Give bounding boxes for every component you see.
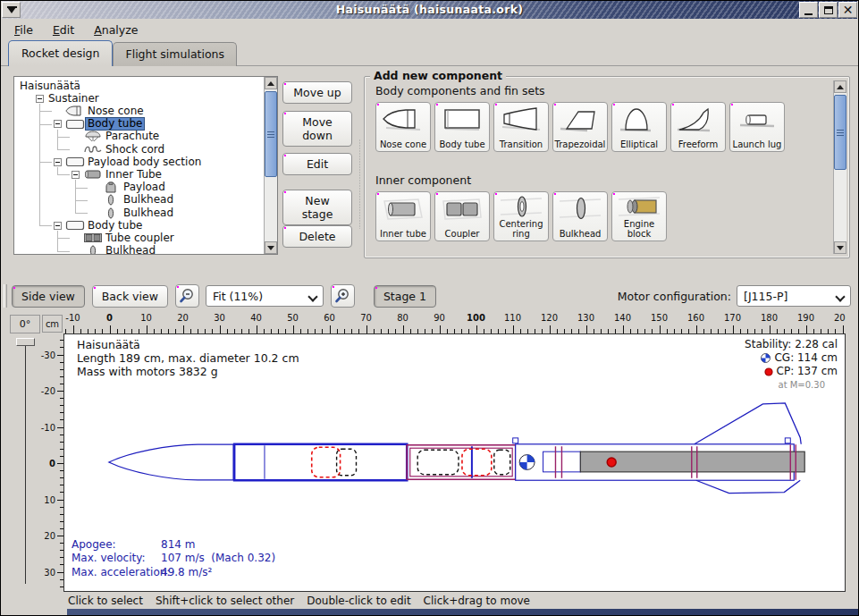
- component-button-nose-cone[interactable]: Nose cone: [375, 102, 431, 152]
- component-button-label: Bulkhead: [560, 230, 602, 240]
- zoom-in-button[interactable]: [331, 284, 355, 308]
- zoom-out-button[interactable]: [175, 284, 199, 308]
- ruler-label: 80: [397, 313, 408, 323]
- back-view-button[interactable]: Back view: [92, 285, 168, 308]
- payload-icon: [100, 181, 122, 193]
- move-down-button[interactable]: Move down: [282, 111, 352, 147]
- component-button-centering-ring[interactable]: Centering ring: [493, 191, 549, 241]
- scroll-up-button[interactable]: [265, 77, 277, 89]
- tree-item-inner-tube[interactable]: Inner Tube: [14, 168, 264, 181]
- tree-expander-icon[interactable]: [54, 222, 62, 230]
- scroll-up-button[interactable]: [834, 80, 846, 93]
- magnifier-minus-icon: [178, 287, 196, 305]
- tree-item-bulkhead[interactable]: Bulkhead: [14, 207, 264, 219]
- tree-item-haisunäätä[interactable]: Haisunäätä: [14, 80, 264, 92]
- tree-item-body-tube[interactable]: Body tube: [14, 118, 264, 131]
- window-menu-button[interactable]: [2, 2, 21, 18]
- component-button-launch-lug[interactable]: Launch lug: [729, 102, 785, 152]
- ruler-label: 10: [44, 494, 55, 504]
- tree-scrollbar[interactable]: [264, 77, 277, 254]
- component-button-label: Coupler: [445, 230, 480, 240]
- ruler-label: 20: [177, 313, 189, 323]
- scroll-down-button[interactable]: [834, 241, 846, 254]
- rotation-angle-readout: 0°: [10, 315, 40, 333]
- component-button-bulkhead[interactable]: Bulkhead: [552, 191, 608, 241]
- tree-expander-icon[interactable]: [54, 158, 62, 166]
- tab-rocket-design[interactable]: Rocket design: [8, 40, 113, 66]
- edit-button[interactable]: Edit: [282, 153, 352, 175]
- component-button-coupler[interactable]: Coupler: [434, 191, 490, 241]
- delete-button[interactable]: Delete: [282, 225, 352, 248]
- component-button-elliptical[interactable]: Elliptical: [611, 102, 667, 152]
- title-bar[interactable]: Haisunäätä (haisunaata.ork): [2, 1, 857, 19]
- scroll-down-button[interactable]: [265, 241, 277, 254]
- launch-lug-front[interactable]: [513, 438, 518, 443]
- move-up-button[interactable]: Move up: [282, 81, 352, 104]
- payload-outline[interactable]: [417, 450, 459, 475]
- tree-item-payload-body-section[interactable]: Payload body section: [14, 156, 264, 168]
- body-tube-icon: [64, 118, 86, 130]
- rotation-slider-thumb[interactable]: [16, 338, 35, 346]
- component-panel-scrollbar[interactable]: [833, 80, 846, 254]
- component-button-freeform[interactable]: Freeform: [670, 102, 726, 152]
- tree-item-payload[interactable]: Payload: [14, 181, 264, 194]
- nose-cone-outline[interactable]: [109, 444, 233, 480]
- tree-item-tube-coupler[interactable]: Tube coupler: [14, 232, 264, 244]
- tree-item-bulkhead[interactable]: Bulkhead: [14, 245, 264, 254]
- menu-edit[interactable]: Edit: [43, 21, 84, 38]
- status-bar: Click to select Shift+click to select ot…: [1, 592, 858, 609]
- tree-item-sustainer[interactable]: Sustainer: [14, 92, 264, 105]
- trapezoidal-fin-icon: [556, 105, 604, 135]
- component-button-transition[interactable]: Transition: [493, 102, 549, 152]
- tree-item-shock-cord[interactable]: Shock cord: [14, 143, 264, 156]
- maximize-button[interactable]: [819, 2, 838, 18]
- tree-item-body-tube[interactable]: Body tube: [14, 219, 264, 232]
- rocket-canvas[interactable]: Haisunäätä Length 189 cm, max. diameter …: [63, 333, 846, 592]
- component-tree[interactable]: HaisunäätäSustainerNose coneBody tubePar…: [14, 77, 264, 254]
- motor-configuration-combobox[interactable]: [J115-P]: [737, 285, 851, 307]
- menu-bar: FileEditAnalyze: [4, 21, 855, 39]
- body-tube-selected-outline[interactable]: [234, 444, 407, 480]
- tree-item-label: Inner Tube: [104, 169, 164, 181]
- fin-bottom-outline[interactable]: [696, 480, 800, 493]
- new-stage-button[interactable]: New stage: [282, 190, 352, 225]
- tree-item-bulkhead[interactable]: Bulkhead: [14, 194, 264, 207]
- zoom-level-combobox[interactable]: Fit (11%): [206, 285, 324, 307]
- menu-analyze[interactable]: Analyze: [84, 21, 147, 38]
- ruler-label: 150: [651, 313, 668, 323]
- component-button-trapezoidal[interactable]: Trapezoidal: [552, 102, 608, 152]
- minimize-button[interactable]: [799, 2, 818, 18]
- tree-item-parachute[interactable]: Parachute: [14, 131, 264, 143]
- ruler-label: 160: [687, 313, 704, 323]
- component-button-body-tube[interactable]: Body tube: [434, 102, 490, 152]
- tree-item-label: Tube coupler: [104, 232, 176, 244]
- stage-1-toggle[interactable]: Stage 1: [374, 285, 436, 308]
- component-button-engine-block[interactable]: Engine block: [611, 191, 667, 241]
- component-button-label: Trapezoidal: [555, 140, 606, 150]
- launch-lug-rear[interactable]: [785, 438, 790, 443]
- parachute-icon: [82, 131, 104, 142]
- tab-flight-simulations[interactable]: Flight simulations: [113, 42, 237, 66]
- hint-double-click: Double-click to edit: [307, 595, 410, 607]
- tree-scrollbar-thumb[interactable]: [265, 91, 277, 177]
- rocket-info-text: Haisunäätä Length 189 cm, max. diameter …: [77, 338, 299, 378]
- component-scrollbar-thumb[interactable]: [834, 95, 846, 170]
- tree-item-label: Nose cone: [86, 105, 146, 117]
- close-button[interactable]: ✕: [838, 2, 857, 18]
- menu-file[interactable]: File: [4, 21, 43, 38]
- component-button-label: Launch lug: [733, 140, 782, 150]
- tree-expander-icon[interactable]: [72, 171, 80, 179]
- side-view-button[interactable]: Side view: [12, 285, 85, 308]
- tree-item-nose-cone[interactable]: Nose cone: [14, 105, 264, 117]
- component-button-inner-tube[interactable]: Inner tube: [375, 191, 431, 241]
- toolbar-grip[interactable]: [4, 284, 7, 308]
- rotation-slider-track[interactable]: [25, 346, 26, 584]
- ruler-label: 100: [467, 313, 485, 323]
- mach-condition: at M=0.30: [779, 378, 826, 392]
- ruler-label: 130: [577, 313, 594, 323]
- tree-item-label: Sustainer: [46, 93, 101, 105]
- chevron-down-icon: [837, 293, 844, 300]
- tree-expander-icon[interactable]: [54, 120, 62, 128]
- tree-expander-icon[interactable]: [36, 95, 44, 103]
- ruler-label: 70: [360, 313, 372, 323]
